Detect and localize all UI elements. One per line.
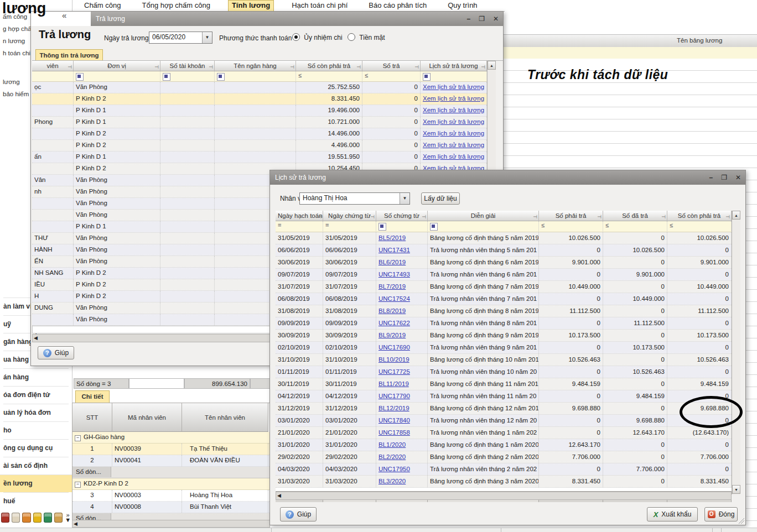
column-header-tên-nhân-viên[interactable]: Tên nhân viên (182, 403, 268, 432)
calendar-icon[interactable] (22, 513, 30, 523)
more-shortcuts-icon[interactable]: »▼ (65, 513, 71, 523)
filter-icon[interactable] (430, 223, 438, 231)
sidebar-item-uản-lý-hóa-đơn[interactable]: uản lý hóa đơn (3, 404, 69, 421)
chevron-down-icon[interactable]: ▼ (400, 193, 409, 204)
tab-quy-trình[interactable]: Quy trình (444, 1, 480, 11)
filter-icon[interactable] (378, 223, 386, 231)
column-header-mã-nhân-viên[interactable]: Mã nhân viên (112, 403, 182, 432)
pin-icon[interactable]: ⊣ (533, 212, 537, 221)
tab-tổng-hợp-chấm-công[interactable]: Tổng hợp chấm công (138, 1, 213, 11)
history-link[interactable]: Xem lịch sử trả lương (423, 95, 484, 102)
filter-cell[interactable] (215, 71, 296, 82)
history-link[interactable]: Xem lịch sử trả lương (423, 118, 484, 125)
sidebar-item-ài-sản-cố-định[interactable]: ài sản cố định (3, 457, 69, 474)
filter-cell[interactable] (32, 71, 74, 82)
history-link[interactable]: Xem lịch sử trả lương (423, 107, 484, 113)
voucher-link[interactable]: UNC17725 (378, 368, 410, 375)
export-button[interactable]: X Xuất khẩu (647, 507, 698, 521)
sidebar-item-án-hàng[interactable]: án hàng (3, 368, 69, 386)
get-data-button[interactable]: Lấy dữ liệu (421, 192, 460, 205)
group-row-KD2-P-Kinh-D-2[interactable]: −KD2-P Kinh D 2 (72, 478, 269, 490)
pin-icon[interactable]: ⊣ (290, 62, 294, 71)
employee-combobox[interactable]: Hoàng Thị Hoa ▼ (299, 192, 410, 205)
voucher-link[interactable]: UNC17493 (378, 271, 410, 278)
column-header-ngày-chứng-từ[interactable]: Ngày chứng từ⊣ (323, 211, 376, 221)
pin-icon[interactable]: ⊣ (356, 62, 361, 71)
group-row-GH-Giao-hàng[interactable]: −GH-Giao hàng (72, 432, 269, 444)
scroll-left-icon[interactable]: ◀ (277, 493, 281, 498)
detail-row[interactable]: 4NV00008Bùi Thanh Việt (72, 502, 269, 513)
tab-chấm-công[interactable]: Chấm công (81, 1, 124, 11)
pin-icon[interactable]: ⊣ (317, 212, 322, 221)
scroll-down-icon[interactable]: ▼ (732, 485, 740, 494)
table-row[interactable]: 02/10/201902/10/2019UNC17690Trả lương nh… (276, 342, 732, 354)
table-row[interactable]: 09/07/201909/07/2019UNC17493Trả lương nh… (276, 269, 732, 281)
column-header-diễn-giải[interactable]: Diễn giải⊣ (428, 211, 539, 221)
minimize-icon[interactable]: – (709, 170, 713, 185)
coins-icon[interactable] (33, 513, 42, 523)
pin-icon[interactable]: ⊣ (597, 212, 602, 221)
voucher-link[interactable]: BL1/2020 (378, 441, 406, 448)
sidebar-item-top[interactable]: bảo hiểm (3, 91, 29, 97)
less-equal-operator-icon[interactable]: ≤ (541, 222, 545, 228)
column-header-số-phải-trả[interactable]: Số phải trả⊣ (539, 211, 603, 221)
detail-row[interactable]: 3NV00003Hoàng Thị Hoa (72, 490, 269, 502)
radio-uy-nhiem-chi[interactable]: Ủy nhiệm chi (292, 33, 343, 41)
voucher-link[interactable]: UNC17840 (378, 417, 410, 424)
sidebar-item-ông-cụ-dụng-cụ[interactable]: ông cụ dụng cụ (3, 439, 69, 457)
voucher-link[interactable]: BL7/2019 (378, 283, 406, 290)
filter-icon[interactable] (423, 73, 431, 81)
collapse-minus-icon[interactable]: − (75, 435, 81, 441)
filter-cell[interactable] (74, 71, 160, 82)
column-header-stt[interactable]: STT (72, 403, 112, 432)
pin-icon[interactable]: ⊣ (414, 62, 419, 71)
filter-cell[interactable]: ≤ (296, 71, 362, 82)
less-equal-operator-icon[interactable]: ≤ (670, 222, 673, 228)
resize-grip[interactable] (739, 518, 744, 524)
scroll-up-icon[interactable]: ▲ (488, 61, 496, 70)
filter-icon[interactable] (76, 73, 84, 81)
table-row[interactable]: 03/01/202003/01/2020UNC17840Trả lương nh… (276, 415, 732, 427)
table-row[interactable]: 31/01/202031/01/2020BL1/2020Bảng lương c… (276, 439, 732, 451)
voucher-link[interactable]: BL2/2020 (378, 453, 406, 460)
detail-row[interactable]: 1NV00039Tạ Thế Thiệu (72, 444, 269, 455)
less-equal-operator-icon[interactable]: ≤ (365, 72, 368, 79)
tab-hạch-toán-chi-phí[interactable]: Hạch toán chi phí (288, 1, 351, 11)
filter-cell[interactable]: ≤ (667, 221, 732, 232)
pay-date-picker[interactable]: 06/05/2020 ▼ (149, 32, 212, 44)
maximize-icon[interactable]: ❐ (479, 12, 485, 26)
table-row[interactable]: 31/05/201931/05/2019BL5/2019Bảng lương c… (276, 232, 732, 244)
voucher-link[interactable]: BL3/2020 (378, 478, 406, 484)
table-row[interactable]: 30/09/201930/09/2019BL9/2019Bảng lương c… (276, 330, 732, 342)
voucher-link[interactable]: UNC17622 (378, 320, 410, 326)
collapse-sidebar-icon[interactable]: « (62, 11, 66, 20)
column-header-ngày-hạch-toán[interactable]: Ngày hạch toán⊣ (276, 211, 323, 221)
collapse-minus-icon[interactable]: − (75, 482, 81, 488)
background-grid-filter-row[interactable] (502, 47, 757, 59)
scroll-left-icon[interactable]: ◀ (34, 335, 38, 341)
tab-tính-lương[interactable]: Tính lương (228, 0, 274, 11)
scroll-up-icon[interactable]: ▲ (732, 211, 740, 220)
equals-operator-icon[interactable]: = (278, 222, 281, 228)
table-row[interactable]: 29/02/202029/02/2020BL2/2020Bảng lương c… (276, 451, 732, 463)
help-button[interactable]: ? Giúp (280, 507, 317, 521)
table-row[interactable]: 30/11/201930/11/2019BL11/2019Bảng lương … (276, 378, 732, 390)
filter-cell[interactable] (428, 221, 539, 232)
column-header-số-trả[interactable]: Số trả⊣ (362, 61, 421, 71)
voucher-link[interactable]: BL9/2019 (378, 332, 406, 338)
less-equal-operator-icon[interactable]: ≤ (605, 222, 609, 228)
wallet-icon[interactable] (54, 513, 63, 523)
store-icon[interactable] (44, 513, 52, 523)
table-row[interactable]: 21/01/202021/01/2020UNC17858Trả lương nh… (276, 427, 732, 439)
filter-cell[interactable]: = (323, 221, 376, 232)
pay-window-titlebar[interactable]: Trả lương – ❐ ✕ (91, 12, 503, 26)
table-row[interactable]: 06/06/201906/06/2019UNC17431Trả lương nh… (276, 244, 732, 257)
pin-icon[interactable]: ⊣ (209, 62, 213, 71)
column-header-đơn-vị[interactable]: Đơn vị⊣ (74, 61, 160, 71)
filter-cell[interactable] (376, 221, 428, 232)
sidebar-item-óa-đơn-điện-tử[interactable]: óa đơn điện tử (3, 386, 69, 404)
voucher-link[interactable]: BL11/2019 (378, 380, 409, 387)
history-horizontal-scrollbar[interactable]: ◀ (276, 492, 732, 500)
maximize-icon[interactable]: ❐ (721, 170, 727, 185)
table-row[interactable]: 31/07/201931/07/2019BL7/2019Bảng lương c… (276, 281, 732, 293)
